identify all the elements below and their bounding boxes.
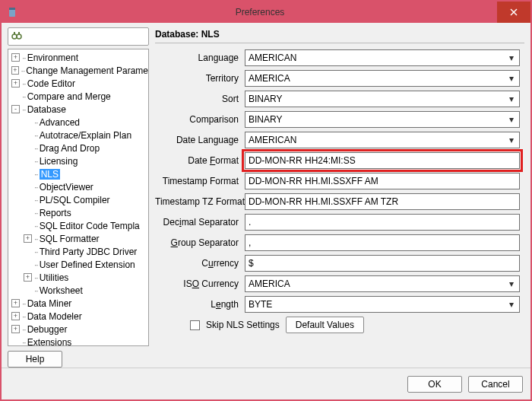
cancel-button[interactable]: Cancel bbox=[468, 376, 523, 393]
help-button[interactable]: Help bbox=[8, 351, 62, 368]
tree-item-label: Compare and Merge bbox=[27, 91, 111, 102]
tree-item[interactable]: +·· Data Modeler bbox=[8, 310, 148, 323]
tree-item[interactable]: ·· User Defined Extension bbox=[8, 258, 148, 271]
tree-item[interactable]: +·· SQL Formatter bbox=[8, 232, 148, 245]
date-language-value[interactable] bbox=[245, 132, 504, 148]
preferences-window: Preferences +·· Environment+·· Change Ma… bbox=[0, 0, 532, 401]
default-values-button[interactable]: Default Values bbox=[286, 317, 364, 333]
tree-item[interactable]: ·· ObjectViewer bbox=[8, 180, 148, 193]
length-label: Length bbox=[155, 299, 245, 310]
territory-value[interactable] bbox=[245, 71, 504, 86]
tree-item[interactable]: ·· Drag And Drop bbox=[8, 142, 148, 154]
tree-item-label: Data Miner bbox=[27, 298, 72, 309]
tree-item-label: Third Party JDBC Driver bbox=[40, 247, 138, 257]
tree-item[interactable]: ·· Licensing bbox=[8, 154, 148, 167]
skip-nls-checkbox[interactable] bbox=[190, 320, 200, 330]
close-button[interactable] bbox=[497, 2, 530, 23]
date-format-value[interactable] bbox=[245, 153, 519, 168]
tree-item[interactable]: -·· Database bbox=[8, 103, 148, 116]
tree-item[interactable]: +·· Utilities bbox=[8, 271, 148, 284]
timestamp-tz-input[interactable] bbox=[245, 193, 520, 210]
svg-point-5 bbox=[17, 34, 21, 39]
svg-rect-7 bbox=[18, 32, 20, 34]
currency-input[interactable] bbox=[245, 255, 520, 272]
tree-item[interactable]: ·· Reports bbox=[8, 206, 148, 219]
svg-rect-1 bbox=[9, 8, 15, 10]
chevron-down-icon: ▾ bbox=[504, 50, 519, 65]
tree-item[interactable]: ·· Extensions bbox=[8, 336, 148, 345]
comparison-select[interactable]: ▾ bbox=[245, 111, 520, 128]
tree-item-label: SQL Formatter bbox=[40, 234, 100, 244]
tree-item[interactable]: ·· Third Party JDBC Driver bbox=[8, 245, 148, 258]
collapse-icon[interactable]: - bbox=[11, 105, 20, 113]
currency-value[interactable] bbox=[245, 256, 519, 271]
language-value[interactable] bbox=[245, 50, 504, 65]
window-title: Preferences bbox=[23, 7, 497, 18]
search-box[interactable] bbox=[8, 27, 149, 46]
tree-scroll[interactable]: +·· Environment+·· Change Management Par… bbox=[8, 49, 148, 345]
tree-item-label: ObjectViewer bbox=[40, 182, 93, 193]
iso-currency-select[interactable]: ▾ bbox=[245, 275, 520, 292]
sidebar: +·· Environment+·· Change Management Par… bbox=[8, 27, 149, 368]
expand-icon[interactable]: + bbox=[11, 312, 20, 320]
tree-item-label: Autotrace/Explain Plan bbox=[40, 130, 131, 141]
decimal-sep-value[interactable] bbox=[245, 215, 519, 230]
iso-currency-value[interactable] bbox=[245, 276, 504, 291]
tree-item-label: Database bbox=[27, 104, 66, 115]
timestamp-format-input[interactable] bbox=[245, 173, 520, 189]
expand-icon[interactable]: + bbox=[24, 234, 32, 243]
tree-item[interactable]: ·· NLS bbox=[8, 167, 148, 180]
form: Language ▾ Territory bbox=[155, 49, 524, 368]
territory-label: Territory bbox=[155, 73, 245, 84]
length-value[interactable] bbox=[245, 297, 504, 312]
tree-item[interactable]: ·· SQL Editor Code Templa bbox=[8, 219, 148, 232]
expand-icon[interactable]: + bbox=[11, 79, 20, 88]
decimal-sep-input[interactable] bbox=[245, 214, 520, 231]
expand-icon[interactable]: + bbox=[11, 299, 20, 307]
timestamp-format-label: Timestamp Format bbox=[155, 176, 245, 186]
group-sep-value[interactable] bbox=[245, 235, 519, 250]
expand-icon[interactable]: + bbox=[24, 273, 32, 282]
comparison-value[interactable] bbox=[245, 112, 504, 127]
body: +·· Environment+·· Change Management Par… bbox=[2, 23, 530, 399]
tree-item[interactable]: +·· Environment bbox=[8, 51, 148, 64]
chevron-down-icon: ▾ bbox=[504, 91, 519, 107]
tree-item-label: Data Modeler bbox=[27, 311, 82, 322]
timestamp-tz-value[interactable] bbox=[245, 194, 519, 209]
expand-icon[interactable]: + bbox=[11, 325, 20, 333]
footer: OK Cancel bbox=[2, 368, 530, 399]
tree-item[interactable]: ·· Autotrace/Explain Plan bbox=[8, 129, 148, 142]
ok-button[interactable]: OK bbox=[407, 376, 462, 393]
tree-item-label: Debugger bbox=[27, 324, 68, 335]
category-tree: +·· Environment+·· Change Management Par… bbox=[8, 49, 149, 346]
date-format-input[interactable] bbox=[245, 152, 520, 169]
territory-select[interactable]: ▾ bbox=[245, 70, 520, 87]
date-language-label: Date Language bbox=[155, 135, 245, 145]
tree-item[interactable]: ·· PL/SQL Compiler bbox=[8, 193, 148, 206]
timestamp-format-value[interactable] bbox=[245, 173, 519, 189]
chevron-down-icon: ▾ bbox=[504, 112, 519, 127]
page-title: Database: NLS bbox=[155, 27, 524, 43]
tree-item-label: Utilities bbox=[40, 272, 69, 283]
tree-item[interactable]: ·· Advanced bbox=[8, 116, 148, 129]
tree-item[interactable]: +·· Debugger bbox=[8, 323, 148, 336]
group-sep-input[interactable] bbox=[245, 234, 520, 251]
language-select[interactable]: ▾ bbox=[245, 49, 520, 66]
svg-point-4 bbox=[12, 34, 17, 39]
timestamp-tz-label: Timestamp TZ Format bbox=[155, 196, 245, 207]
sort-label: Sort bbox=[155, 94, 245, 104]
tree-item[interactable]: ·· Worksheet bbox=[8, 284, 148, 297]
length-select[interactable]: ▾ bbox=[245, 296, 520, 313]
expand-icon[interactable]: + bbox=[11, 53, 20, 62]
sort-value[interactable] bbox=[245, 91, 504, 107]
iso-currency-label: ISO Currency bbox=[155, 278, 245, 289]
tree-item[interactable]: +·· Data Miner bbox=[8, 297, 148, 310]
tree-item[interactable]: +·· Change Management Parame bbox=[8, 64, 148, 77]
sort-select[interactable]: ▾ bbox=[245, 91, 520, 107]
tree-item[interactable]: ·· Compare and Merge bbox=[8, 90, 148, 103]
tree-item[interactable]: +·· Code Editor bbox=[8, 77, 148, 90]
tree-item-label: Code Editor bbox=[27, 78, 75, 89]
expand-icon[interactable]: + bbox=[11, 66, 19, 75]
group-sep-label: Group Separator bbox=[155, 237, 245, 248]
date-language-select[interactable]: ▾ bbox=[245, 132, 520, 148]
